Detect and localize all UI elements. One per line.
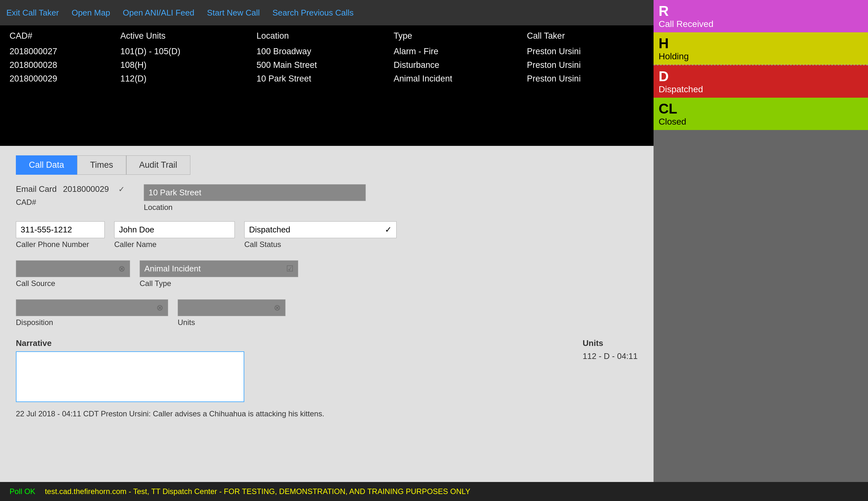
disposition-label: Disposition: [16, 318, 168, 327]
calls-table: CAD# Active Units Location Type Call Tak…: [6, 29, 647, 86]
caller-phone-value: 311-555-1212: [21, 225, 72, 234]
status-r-block[interactable]: R Call Received: [654, 0, 868, 32]
units-input-field: ⊗ Units: [178, 299, 286, 327]
col-header-type: Type: [391, 29, 524, 45]
cell-type: Animal Incident: [391, 72, 524, 86]
status-d-block[interactable]: D Dispatched: [654, 65, 868, 98]
cell-units: 112(D): [117, 72, 253, 86]
cell-taker: Preston Ursini: [524, 72, 647, 86]
cell-location: 10 Park Street: [253, 72, 390, 86]
narrative-textarea[interactable]: [16, 351, 244, 402]
status-h-label: Holding: [659, 51, 863, 62]
cell-cad: 2018000027: [6, 45, 117, 58]
call-status-field: Dispatched ✓ Call Status: [244, 221, 396, 249]
right-status-panel: R Call Received H Holding D Dispatched C…: [654, 0, 868, 501]
open-map-link[interactable]: Open Map: [72, 8, 110, 18]
cell-units: 101(D) - 105(D): [117, 45, 253, 58]
call-type-label: Call Type: [140, 279, 298, 288]
col-header-units: Active Units: [117, 29, 253, 45]
call-status-select[interactable]: Dispatched ✓: [244, 221, 396, 238]
caller-name-field: John Doe Caller Name: [114, 221, 235, 249]
cell-location: 100 Broadway: [253, 45, 390, 58]
units-section-value: 112 - D - 04:11: [583, 351, 638, 361]
caller-name-input[interactable]: John Doe: [114, 221, 235, 238]
cell-type: Disturbance: [391, 58, 524, 72]
units-clear-button[interactable]: ⊗: [274, 303, 281, 313]
cell-cad: 2018000028: [6, 58, 117, 72]
main-area: CAD# Active Units Location Type Call Tak…: [0, 25, 868, 495]
start-new-call-link[interactable]: Start New Call: [207, 8, 260, 18]
units-section-label: Units: [583, 338, 638, 348]
caller-name-value: John Doe: [119, 225, 154, 234]
call-status-check-icon: ✓: [385, 225, 392, 235]
location-input[interactable]: 10 Park Street: [144, 184, 366, 201]
call-status-value: Dispatched: [249, 225, 290, 235]
call-source-clear-button[interactable]: ⊗: [118, 264, 125, 274]
cell-type: Alarm - Fire: [391, 45, 524, 58]
location-label: Location: [144, 203, 366, 212]
call-source-input[interactable]: ⊗: [16, 260, 130, 277]
cell-taker: Preston Ursini: [524, 45, 647, 58]
poll-ok-text: Poll OK: [10, 487, 35, 496]
email-cad-location-row: Email Card 2018000029 ✓ CAD# 10 Park Str…: [16, 184, 638, 212]
units-input[interactable]: ⊗: [178, 299, 286, 316]
narrative-units-section: Narrative 22 Jul 2018 - 04:11 CDT Presto…: [16, 338, 638, 418]
disposition-input[interactable]: ⊗: [16, 299, 168, 316]
col-header-cad: CAD#: [6, 29, 117, 45]
bottom-status-bar: Poll OK test.cad.thefirehorn.com - Test,…: [0, 482, 868, 501]
status-r-letter: R: [659, 3, 863, 19]
tab-times[interactable]: Times: [77, 156, 126, 175]
narrative-history-text: 22 Jul 2018 - 04:11 CDT Preston Ursini: …: [16, 409, 558, 418]
call-source-label: Call Source: [16, 279, 130, 288]
location-value: 10 Park Street: [148, 188, 201, 197]
narrative-label: Narrative: [16, 338, 558, 348]
bottom-message-text: test.cad.thefirehorn.com - Test, TT Disp…: [45, 487, 470, 496]
call-type-check-icon: ☑: [286, 264, 294, 274]
table-row[interactable]: 2018000029 112(D) 10 Park Street Animal …: [6, 72, 647, 86]
search-previous-link[interactable]: Search Previous Calls: [273, 8, 354, 18]
status-cl-label: Closed: [659, 117, 863, 127]
units-input-label: Units: [178, 318, 286, 327]
exit-call-taker-link[interactable]: Exit Call Taker: [6, 8, 59, 18]
status-h-letter: H: [659, 35, 863, 51]
col-header-location: Location: [253, 29, 390, 45]
status-d-label: Dispatched: [659, 84, 863, 95]
calls-table-container: CAD# Active Units Location Type Call Tak…: [0, 25, 654, 146]
disposition-clear-button[interactable]: ⊗: [156, 303, 163, 313]
status-cl-letter: CL: [659, 101, 863, 117]
cell-cad: 2018000029: [6, 72, 117, 86]
cad-number-value: 2018000029: [63, 184, 109, 194]
location-field: 10 Park Street Location: [144, 184, 366, 212]
form-container: Call Data Times Audit Trail Email Card 2…: [0, 146, 654, 495]
tab-call-data[interactable]: Call Data: [16, 156, 77, 175]
call-type-field: Animal Incident ☑ Call Type: [140, 260, 298, 288]
email-cad-field: Email Card 2018000029 ✓ CAD#: [16, 184, 125, 207]
status-h-block[interactable]: H Holding: [654, 32, 868, 65]
caller-row: 311-555-1212 Caller Phone Number John Do…: [16, 221, 638, 249]
units-section: Units 112 - D - 04:11: [583, 338, 638, 418]
table-row[interactable]: 2018000028 108(H) 500 Main Street Distur…: [6, 58, 647, 72]
disposition-field: ⊗ Disposition: [16, 299, 168, 327]
cad-label: CAD#: [16, 198, 125, 207]
call-type-value: Animal Incident: [144, 264, 201, 274]
call-type-input[interactable]: Animal Incident ☑: [140, 260, 298, 277]
table-row[interactable]: 2018000027 101(D) - 105(D) 100 Broadway …: [6, 45, 647, 58]
call-source-field: ⊗ Call Source: [16, 260, 130, 288]
status-r-label: Call Received: [659, 19, 863, 29]
call-status-label: Call Status: [244, 240, 396, 249]
status-d-letter: D: [659, 68, 863, 84]
open-ani-ali-link[interactable]: Open ANI/ALI Feed: [123, 8, 194, 18]
status-cl-block[interactable]: CL Closed: [654, 98, 868, 130]
narrative-col: Narrative 22 Jul 2018 - 04:11 CDT Presto…: [16, 338, 558, 418]
cad-check-icon: ✓: [118, 185, 125, 194]
cell-location: 500 Main Street: [253, 58, 390, 72]
tabs-row: Call Data Times Audit Trail: [16, 156, 638, 175]
disposition-units-row: ⊗ Disposition ⊗ Units: [16, 299, 638, 327]
source-type-row: ⊗ Call Source Animal Incident ☑ Call Typ…: [16, 260, 638, 288]
caller-phone-label: Caller Phone Number: [16, 240, 105, 249]
caller-phone-field: 311-555-1212 Caller Phone Number: [16, 221, 105, 249]
cell-units: 108(H): [117, 58, 253, 72]
caller-phone-input[interactable]: 311-555-1212: [16, 221, 105, 238]
email-card-label: Email Card: [16, 184, 57, 194]
tab-audit-trail[interactable]: Audit Trail: [126, 156, 190, 175]
